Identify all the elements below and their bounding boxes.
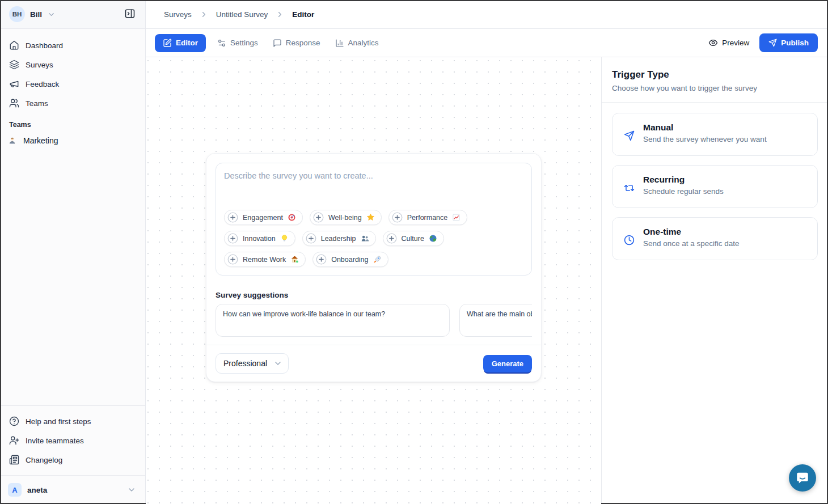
- breadcrumb: SurveysUntitled SurveyEditor: [146, 0, 828, 29]
- topic-chip-performance[interactable]: Performance: [388, 210, 468, 225]
- sidebar-item-surveys[interactable]: Surveys: [5, 55, 141, 74]
- edit-icon: [163, 39, 172, 48]
- technologist-emoji: [8, 137, 16, 145]
- house-garden-emoji: [290, 255, 299, 264]
- sidebar-item-label: Feedback: [26, 80, 59, 88]
- topic-chip-engagement[interactable]: Engagement: [224, 210, 303, 225]
- sidebar-item-feedback[interactable]: Feedback: [5, 74, 141, 94]
- panel-subtitle: Choose how you want to trigger the surve…: [612, 84, 818, 92]
- plus-circle-icon: [227, 233, 238, 244]
- breadcrumb-item[interactable]: Untitled Survey: [216, 10, 268, 19]
- newspaper-icon: [9, 455, 19, 465]
- sidebar-item-label: Teams: [26, 99, 48, 108]
- topic-chip-label: Leadership: [321, 235, 356, 243]
- preview-button[interactable]: Preview: [708, 38, 749, 48]
- plus-circle-icon: [306, 233, 316, 244]
- trigger-option-manual[interactable]: ManualSend the survey whenever you want: [612, 113, 818, 156]
- tab-label: Response: [286, 39, 320, 47]
- sidebar-item-label: Dashboard: [26, 41, 63, 50]
- plus-circle-icon: [227, 254, 238, 265]
- plus-circle-icon: [316, 254, 327, 265]
- star-emoji: [366, 213, 375, 222]
- layers-icon: [9, 60, 19, 70]
- users-icon: [9, 98, 19, 108]
- survey-prompt-input[interactable]: Describe the survey you want to create..…: [216, 163, 532, 276]
- sidebar-item-invite-teammates[interactable]: Invite teammates: [5, 431, 141, 450]
- sidebar-header: BH Bill: [0, 0, 145, 29]
- topic-chip-label: Remote Work: [243, 256, 286, 264]
- account-menu[interactable]: A aneta: [0, 475, 145, 504]
- chart-icon: [335, 39, 344, 48]
- tab-analytics[interactable]: Analytics: [332, 34, 382, 52]
- suggestion-text: What are the main ob: [467, 310, 532, 318]
- suggestion-card[interactable]: How can we improve work-life balance in …: [216, 304, 450, 337]
- sidebar-item-help-and-first-steps[interactable]: Help and first steps: [5, 412, 141, 431]
- tab-settings[interactable]: Settings: [214, 34, 261, 52]
- sidebar-team-marketing[interactable]: Marketing: [0, 131, 145, 150]
- tab-label: Analytics: [348, 39, 379, 47]
- topic-chip-label: Culture: [402, 235, 424, 243]
- plus-circle-icon: [227, 212, 238, 223]
- tone-select[interactable]: Professional: [216, 353, 289, 374]
- tab-editor[interactable]: Editor: [155, 34, 206, 52]
- sidebar-item-label: Help and first steps: [26, 417, 91, 426]
- bulb-emoji: [280, 234, 289, 243]
- editor-tabs: EditorSettingsResponseAnalytics: [155, 34, 382, 52]
- topic-chips: EngagementWell-beingPerformanceInnovatio…: [224, 210, 523, 267]
- eye-icon: [708, 38, 718, 48]
- repeat-icon: [624, 177, 635, 198]
- survey-generator-card: Describe the survey you want to create..…: [206, 153, 542, 382]
- trigger-option-title: One-time: [643, 227, 740, 237]
- dart-emoji: [288, 213, 296, 222]
- trigger-type-panel: Trigger Type Choose how you want to trig…: [601, 57, 828, 504]
- panel-title: Trigger Type: [612, 69, 818, 81]
- sidebar-item-changelog[interactable]: Changelog: [5, 450, 141, 469]
- sidebar-item-dashboard[interactable]: Dashboard: [5, 36, 141, 55]
- topic-chip-culture[interactable]: Culture: [383, 231, 444, 246]
- sidebar-item-label: Invite teammates: [26, 437, 84, 445]
- topic-chip-label: Engagement: [243, 214, 283, 222]
- account-name: aneta: [27, 486, 121, 494]
- breadcrumb-item[interactable]: Surveys: [164, 10, 192, 19]
- trigger-option-description: Send the survey whenever you want: [643, 135, 767, 143]
- tone-select-value: Professional: [223, 359, 267, 368]
- suggestion-card[interactable]: What are the main ob: [459, 304, 532, 337]
- breadcrumb-item: Editor: [292, 10, 314, 19]
- workspace-switcher[interactable]: BH Bill: [9, 6, 56, 22]
- topic-chip-label: Onboarding: [331, 256, 368, 264]
- plus-circle-icon: [392, 212, 403, 223]
- suggestions-row: How can we improve work-life balance in …: [216, 304, 532, 337]
- topic-chip-leadership[interactable]: Leadership: [302, 231, 376, 246]
- topic-chip-label: Performance: [407, 214, 448, 222]
- chevron-down-icon: [47, 10, 56, 19]
- chevron-right-icon: [276, 10, 284, 19]
- message-icon: [273, 39, 282, 48]
- sidebar: BH Bill DashboardSurveysFeedbackTeams Te…: [0, 0, 146, 504]
- generate-button[interactable]: Generate: [483, 355, 532, 372]
- topic-chip-onboarding[interactable]: Onboarding: [312, 252, 388, 267]
- tab-label: Settings: [230, 39, 258, 47]
- chevron-down-icon: [273, 359, 282, 368]
- account-avatar: A: [8, 483, 22, 497]
- sidebar-collapse-button[interactable]: [122, 6, 138, 23]
- suggestion-text: How can we improve work-life balance in …: [223, 310, 385, 318]
- sidebar-nav: DashboardSurveysFeedbackTeams: [0, 29, 145, 113]
- prompt-placeholder: Describe the survey you want to create..…: [224, 171, 523, 180]
- panel-toggle-icon: [124, 8, 136, 19]
- chart-up-emoji: [452, 213, 461, 222]
- trigger-option-one-time[interactable]: One-timeSend once at a specific date: [612, 217, 818, 260]
- trigger-option-recurring[interactable]: RecurringSchedule regular sends: [612, 165, 818, 208]
- chat-launcher-button[interactable]: [789, 464, 816, 492]
- clock-icon: [624, 230, 635, 251]
- toolbar: EditorSettingsResponseAnalytics Preview …: [146, 29, 828, 57]
- topic-chip-remote-work[interactable]: Remote Work: [224, 252, 306, 267]
- topic-chip-innovation[interactable]: Innovation: [224, 231, 295, 246]
- topic-chip-well-being[interactable]: Well-being: [310, 210, 382, 225]
- tab-response[interactable]: Response: [269, 34, 324, 52]
- trigger-option-description: Send once at a specific date: [643, 239, 740, 248]
- publish-button[interactable]: Publish: [759, 33, 818, 52]
- globe-emoji: [429, 234, 437, 243]
- sidebar-item-teams[interactable]: Teams: [5, 94, 141, 113]
- chat-bubble-icon: [795, 471, 810, 485]
- sidebar-footer-nav: Help and first stepsInvite teammatesChan…: [0, 405, 145, 475]
